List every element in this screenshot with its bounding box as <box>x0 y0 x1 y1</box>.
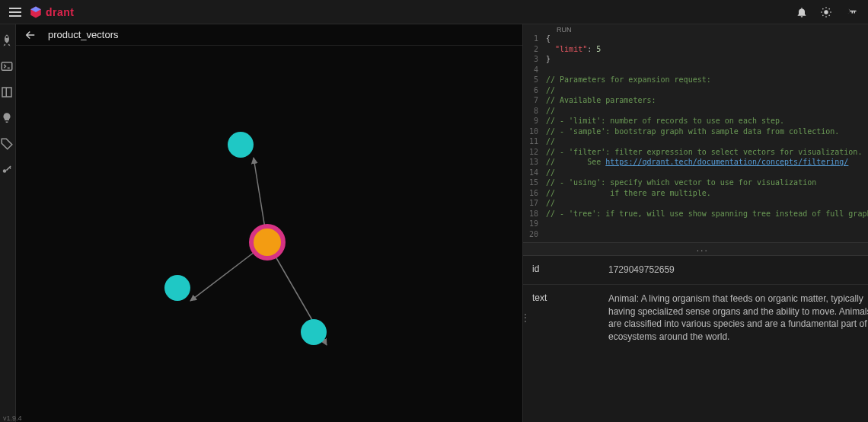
details-section: id1729049752659⋮textAnimal: A living org… <box>523 256 868 351</box>
svg-rect-11 <box>2 62 12 71</box>
panel-header: product_vectors <box>16 24 522 46</box>
detail-key: text <box>532 293 608 344</box>
svg-line-10 <box>829 8 830 9</box>
editor-body[interactable]: { "limit": 5}// Parameters for expansion… <box>543 24 868 242</box>
svg-line-7 <box>822 8 823 9</box>
row-menu-icon[interactable]: ⋮ <box>520 312 531 324</box>
panel-divider[interactable]: ... <box>523 242 868 256</box>
content: product_vectors <box>16 24 868 422</box>
code-editor[interactable]: 1234567891011121314151617181920 { "limit… <box>523 24 868 242</box>
graph-node[interactable] <box>164 275 190 301</box>
auth-key-icon[interactable] <box>0 163 15 178</box>
menu-button[interactable] <box>6 3 24 21</box>
detail-key: id <box>532 264 608 277</box>
notifications-icon[interactable] <box>795 5 809 19</box>
back-button[interactable] <box>24 28 37 42</box>
editor-wrapper: RUN 1234567891011121314151617181920 { "l… <box>523 24 868 242</box>
logo[interactable]: drant <box>29 5 75 19</box>
detail-value: Animal: A living organism that feeds on … <box>608 293 868 344</box>
bulb-icon[interactable] <box>0 111 15 126</box>
main: product_vectors <box>0 24 868 422</box>
right-panel: RUN 1234567891011121314151617181920 { "l… <box>522 24 868 422</box>
graph-node-selected[interactable] <box>249 224 286 261</box>
topbar: drant <box>0 0 868 24</box>
svg-point-2 <box>824 10 828 14</box>
detail-row: id1729049752659 <box>523 256 868 285</box>
logo-text: drant <box>46 6 75 18</box>
topbar-right <box>795 5 862 19</box>
topbar-left: drant <box>6 3 75 21</box>
sidebar <box>0 24 16 422</box>
svg-line-9 <box>822 14 823 15</box>
version-label: v1.9.4 <box>3 414 22 422</box>
graph-panel: product_vectors <box>16 24 522 422</box>
graph-canvas[interactable] <box>16 46 522 422</box>
editor-gutter: 1234567891011121314151617181920 <box>523 24 543 242</box>
terminal-icon[interactable] <box>0 59 15 75</box>
theme-toggle-icon[interactable] <box>819 5 833 19</box>
detail-row: ⋮textAnimal: A living organism that feed… <box>523 285 868 351</box>
page-title: product_vectors <box>48 29 119 40</box>
rocket-icon[interactable] <box>0 34 15 49</box>
run-label[interactable]: RUN <box>523 24 572 34</box>
svg-point-12 <box>3 169 7 173</box>
tag-icon[interactable] <box>0 137 15 152</box>
book-icon[interactable] <box>0 85 15 101</box>
detail-value: 1729049752659 <box>608 264 868 277</box>
svg-line-8 <box>829 14 830 15</box>
key-icon[interactable] <box>844 5 857 19</box>
graph-node[interactable] <box>228 132 254 158</box>
graph-node[interactable] <box>301 319 327 345</box>
logo-icon <box>29 5 43 19</box>
